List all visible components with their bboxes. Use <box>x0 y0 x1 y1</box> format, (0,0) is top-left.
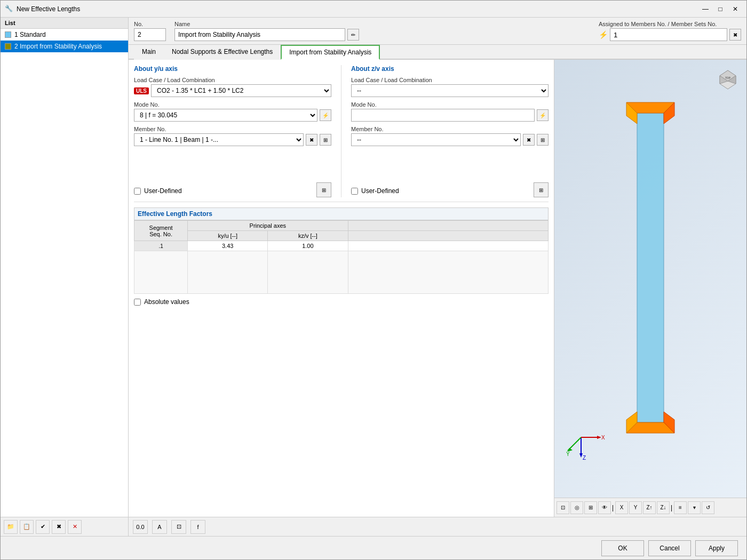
copy-btn[interactable]: 📋 <box>20 520 34 534</box>
name-input-row: ✏ <box>174 28 359 41</box>
zv-userdefined-row: User-Defined <box>351 187 399 195</box>
svg-text:Y: Y <box>566 451 570 457</box>
about-yu-col: About y/u axis Load Case / Load Combinat… <box>134 65 331 197</box>
zv-modeno-row: Mode No. ⚡ <box>351 101 549 122</box>
name-input[interactable] <box>174 28 345 41</box>
yu-userdefined-check[interactable] <box>134 188 141 195</box>
zv-memberno-label: Member No. <box>351 126 549 132</box>
zv-modeno-btn[interactable]: ⚡ <box>537 109 549 121</box>
bottom-btn-4[interactable]: f <box>190 520 205 534</box>
no-input[interactable] <box>134 28 166 41</box>
bottom-btn-1[interactable]: 0.0 <box>133 520 148 534</box>
minimize-button[interactable]: — <box>698 3 712 15</box>
list-item-color-2 <box>5 43 11 50</box>
zv-modeno-input[interactable] <box>351 109 535 122</box>
list-item-color-1 <box>5 31 11 38</box>
bottom-btn-2[interactable]: A <box>152 520 167 534</box>
about-zv-col: About z/v axis Load Case / Load Combinat… <box>351 65 549 197</box>
zv-memberno-view-btn[interactable]: ⊞ <box>537 134 549 146</box>
svg-text:TOP: TOP <box>725 76 731 79</box>
about-divider <box>341 65 341 197</box>
zv-memberno-select[interactable]: -- <box>351 133 521 146</box>
list-header: List <box>1 18 128 29</box>
view-btn-yaxis[interactable]: Y <box>629 501 642 514</box>
yu-spacer <box>134 150 331 182</box>
name-edit-btn[interactable]: ✏ <box>347 29 359 41</box>
assigned-icon: ⚡ <box>599 30 608 39</box>
yu-loadcase-row: Load Case / Load Combination ULS CO2 - 1… <box>134 77 331 97</box>
assigned-input-row: ⚡ ✖ <box>599 28 741 41</box>
delete-btn[interactable]: ✕ <box>68 520 82 534</box>
zv-memberno-select-btn[interactable]: ✖ <box>523 134 535 146</box>
list-item-2[interactable]: 2 Import from Stability Analysis <box>1 41 128 52</box>
maximize-button[interactable]: □ <box>713 3 727 15</box>
table-row: .1 3.43 1.00 <box>134 241 549 251</box>
svg-rect-5 <box>637 113 664 422</box>
toolbar-separator-2: | <box>671 504 673 511</box>
zv-modeno-label: Mode No. <box>351 101 549 108</box>
view-btn-layers2[interactable]: ≡ <box>674 501 687 514</box>
bottom-btn-3[interactable]: ⊡ <box>171 520 186 534</box>
empty-cell-2 <box>188 251 268 294</box>
svg-text:Z: Z <box>583 455 586 461</box>
absolute-values-check[interactable] <box>134 299 141 306</box>
view-btn-zaxis2[interactable]: Z↓ <box>657 501 670 514</box>
bottom-spacer <box>134 306 549 370</box>
assigned-input[interactable] <box>610 28 727 41</box>
yu-grid-btn[interactable]: ⊞ <box>316 182 331 197</box>
yu-memberno-view-btn[interactable]: ⊞ <box>320 134 331 146</box>
zv-userdefined-check[interactable] <box>351 188 358 195</box>
uncheck-all-btn[interactable]: ✖ <box>52 520 66 534</box>
list-items: 1 Standard 2 Import from Stability Analy… <box>1 29 128 517</box>
zv-loadcase-select[interactable]: -- <box>351 84 549 97</box>
separator <box>134 202 549 202</box>
close-button[interactable]: ✕ <box>728 3 742 15</box>
yu-modeno-btn[interactable]: ⚡ <box>320 109 331 121</box>
tab-import[interactable]: Import from Stability Analysis <box>281 45 380 60</box>
cancel-button[interactable]: Cancel <box>648 540 691 556</box>
no-label: No. <box>134 21 166 27</box>
yu-modeno-select[interactable]: 8 | f = 30.045 <box>134 109 317 122</box>
ok-button[interactable]: OK <box>601 540 644 556</box>
table-empty-row <box>134 251 549 294</box>
zv-spacer <box>351 150 549 182</box>
yu-memberno-select[interactable]: 1 - Line No. 1 | Beam | 1 -... <box>134 133 304 146</box>
zv-loadcase-label: Load Case / Load Combination <box>351 77 549 83</box>
yu-loadcase-select[interactable]: CO2 - 1.35 * LC1 + 1.50 * LC2 <box>151 84 331 97</box>
yu-loadcase-input-row: ULS CO2 - 1.35 * LC1 + 1.50 * LC2 <box>134 84 331 97</box>
dialog-footer: OK Cancel Apply <box>1 536 746 559</box>
view-btn-layers[interactable]: ⊞ <box>584 501 597 514</box>
view-btn-xaxis[interactable]: X <box>615 501 628 514</box>
tab-nodal[interactable]: Nodal Supports & Effective Lengths <box>164 45 281 60</box>
right-panel: No. Name ✏ Assigned to Members No. / Mem… <box>129 18 746 536</box>
assigned-edit-btn[interactable]: ✖ <box>729 29 741 41</box>
apply-button[interactable]: Apply <box>695 540 738 556</box>
check-all-btn[interactable]: ✔ <box>36 520 50 534</box>
add-folder-btn[interactable]: 📁 <box>4 520 18 534</box>
yu-memberno-select-btn[interactable]: ✖ <box>306 134 317 146</box>
view-btn-1[interactable]: ⊡ <box>557 501 569 514</box>
assigned-label: Assigned to Members No. / Member Sets No… <box>599 21 741 27</box>
zv-memberno-row: Member No. -- ✖ ⊞ <box>351 126 549 146</box>
title-bar: 🔧 New Effective Lengths — □ ✕ <box>1 1 746 18</box>
view-panel: TOP <box>554 60 746 517</box>
list-item-1[interactable]: 1 Standard <box>1 29 128 41</box>
top-fields: No. Name ✏ Assigned to Members No. / Mem… <box>129 18 746 45</box>
view-btn-2[interactable]: ◎ <box>570 501 583 514</box>
view-btn-more[interactable]: ▾ <box>688 501 701 514</box>
tab-main[interactable]: Main <box>134 45 164 60</box>
cell-kzv: 1.00 <box>268 241 348 251</box>
title-bar-controls: — □ ✕ <box>698 3 742 15</box>
view-btn-zaxis1[interactable]: Z↑ <box>643 501 656 514</box>
view-btn-eye[interactable]: 👁 <box>598 501 611 514</box>
left-panel: List 1 Standard 2 Import from Stability … <box>1 18 129 536</box>
svg-marker-19 <box>597 436 601 439</box>
view-btn-reset[interactable]: ↺ <box>702 501 714 514</box>
yu-modeno-row: Mode No. 8 | f = 30.045 ⚡ <box>134 101 331 122</box>
yu-bottom-row: User-Defined ⊞ <box>134 182 331 197</box>
cell-seq: .1 <box>134 241 188 251</box>
col-kyu: ky/u [--] <box>188 231 268 241</box>
zv-grid-btn[interactable]: ⊞ <box>534 182 549 197</box>
view-toolbar: ⊡ ◎ ⊞ 👁 | X Y Z↑ Z↓ | ≡ ▾ ↺ <box>554 498 746 517</box>
assigned-group: Assigned to Members No. / Member Sets No… <box>599 21 741 41</box>
